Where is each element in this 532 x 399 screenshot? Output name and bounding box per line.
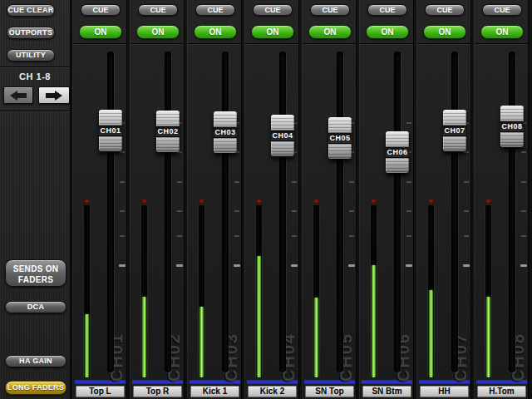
fader-scale-tick — [464, 151, 469, 153]
fader-track[interactable] — [337, 52, 343, 372]
channel-name-button[interactable]: SN Top — [305, 386, 354, 397]
on-button-label: ON — [95, 27, 107, 37]
dca-button[interactable]: DCA — [5, 301, 66, 313]
fader-scale-tick — [177, 181, 182, 183]
on-button[interactable]: ON — [423, 25, 466, 39]
fader-cap[interactable]: CH05 — [328, 117, 352, 159]
fader-scale-tick — [120, 210, 125, 212]
channel-name-button[interactable]: Kick 1 — [190, 386, 239, 397]
fader-track[interactable] — [165, 52, 171, 372]
fader-scale-zero-tick — [406, 264, 412, 267]
channel-name-button[interactable]: H.Tom — [477, 386, 526, 397]
cue-clear-button[interactable]: CUE CLEAR — [7, 4, 55, 17]
bank-previous-button[interactable] — [3, 86, 33, 104]
cue-button[interactable]: CUE — [310, 4, 350, 16]
fader-cap[interactable]: CH08 — [500, 106, 524, 147]
channel-strip-ch02: CUE ON CH02 CH02 Top R — [130, 0, 185, 399]
sends-on-faders-line1: SENDS ON — [6, 264, 66, 274]
fader-cap-label: CH04 — [271, 130, 294, 141]
fader-cap-label: CH02 — [156, 126, 180, 137]
fader-cap[interactable]: CH01 — [99, 110, 122, 151]
channel-bank-label: CH 1-8 — [0, 71, 70, 81]
level-meter — [199, 205, 204, 378]
fader-scale-zero-tick — [463, 264, 470, 267]
fader-track[interactable] — [451, 52, 458, 372]
level-meter — [84, 205, 90, 378]
channel-strip-ch04: CUE ON CH04 CH04 Kick 2 — [244, 0, 299, 399]
ha-gain-button[interactable]: HA GAIN — [5, 355, 66, 367]
clip-indicator-led — [371, 199, 377, 204]
fader-scale-tick — [464, 210, 469, 212]
clip-indicator-led — [428, 199, 434, 204]
on-button-label: ON — [439, 27, 451, 37]
fader-cap[interactable]: CH07 — [443, 110, 466, 151]
cue-button-label: CUE — [264, 6, 280, 14]
channel-strips: CUE ON CH01 CH01 Top L CUE ON — [72, 0, 532, 399]
channel-name-button[interactable]: Top R — [133, 386, 182, 397]
fader-scale-tick — [464, 181, 469, 183]
cue-button[interactable]: CUE — [425, 4, 465, 16]
fader-scale-tick — [234, 235, 239, 237]
fader-cap-label: CH01 — [99, 125, 122, 136]
strip-divider — [188, 43, 241, 44]
fader-scale-tick — [521, 151, 526, 153]
clip-indicator-led — [141, 199, 147, 204]
channel-strip-ch05: CUE ON CH05 CH05 SN Top — [302, 0, 357, 399]
fader-scale-tick — [406, 181, 411, 183]
left-arrow-icon — [9, 90, 27, 101]
on-button-label: ON — [496, 27, 509, 37]
fader-scale-tick — [406, 210, 411, 212]
channel-name-button[interactable]: Top L — [76, 386, 125, 397]
clip-indicator-led — [313, 199, 319, 204]
fader-scale-tick — [234, 181, 239, 183]
fader-scale-tick — [349, 210, 354, 212]
fader-cap-label: CH03 — [214, 126, 237, 138]
cue-button[interactable]: CUE — [138, 4, 178, 16]
fader-track[interactable] — [107, 52, 114, 372]
cue-button[interactable]: CUE — [253, 4, 293, 16]
fader-scale-tick — [349, 235, 354, 237]
level-meter-fill — [429, 290, 433, 377]
fader-scale-tick — [349, 181, 354, 183]
fader-cap[interactable]: CH03 — [214, 111, 237, 153]
utility-button[interactable]: UTILITY — [7, 49, 55, 62]
long-faders-button[interactable]: LONG FADERS — [5, 381, 66, 395]
on-button[interactable]: ON — [308, 25, 352, 39]
fader-track[interactable] — [509, 52, 515, 372]
level-meter-fill — [257, 256, 261, 377]
fader-cap[interactable]: CH06 — [386, 131, 409, 173]
cue-button[interactable]: CUE — [482, 4, 522, 16]
cue-button[interactable]: CUE — [81, 4, 121, 16]
strip-divider — [245, 43, 298, 44]
channel-name-button[interactable]: HH — [420, 386, 469, 397]
fader-track[interactable] — [394, 52, 401, 372]
channel-name-button[interactable]: SN Btm — [362, 386, 411, 397]
strip-divider — [303, 43, 356, 44]
fader-scale-zero-tick — [119, 264, 126, 267]
right-arrow-icon — [45, 90, 63, 101]
on-button[interactable]: ON — [194, 25, 237, 39]
on-button[interactable]: ON — [79, 25, 122, 39]
fader-scale-zero-tick — [520, 264, 527, 267]
fader-track[interactable] — [222, 52, 229, 372]
level-meter-fill — [372, 265, 376, 377]
level-meter-fill — [85, 314, 89, 377]
on-button[interactable]: ON — [136, 25, 180, 39]
on-button[interactable]: ON — [251, 25, 294, 39]
sends-on-faders-button[interactable]: SENDS ON FADERS — [5, 259, 66, 287]
on-button[interactable]: ON — [366, 25, 409, 39]
channel-name-button[interactable]: Kick 2 — [248, 386, 297, 397]
on-button[interactable]: ON — [480, 25, 524, 39]
cue-button[interactable]: CUE — [195, 4, 235, 16]
outports-button[interactable]: OUTPORTS — [7, 27, 55, 39]
fader-cap[interactable]: CH04 — [271, 115, 294, 156]
bank-next-button[interactable] — [38, 86, 70, 104]
strip-divider — [360, 43, 413, 44]
cue-button-label: CUE — [436, 6, 452, 14]
sends-on-faders-line2: FADERS — [6, 274, 66, 285]
cue-button[interactable]: CUE — [367, 4, 407, 16]
cue-button-label: CUE — [92, 6, 108, 14]
fader-cap[interactable]: CH02 — [156, 111, 180, 152]
fader-track[interactable] — [279, 52, 286, 372]
level-meter — [256, 205, 262, 378]
